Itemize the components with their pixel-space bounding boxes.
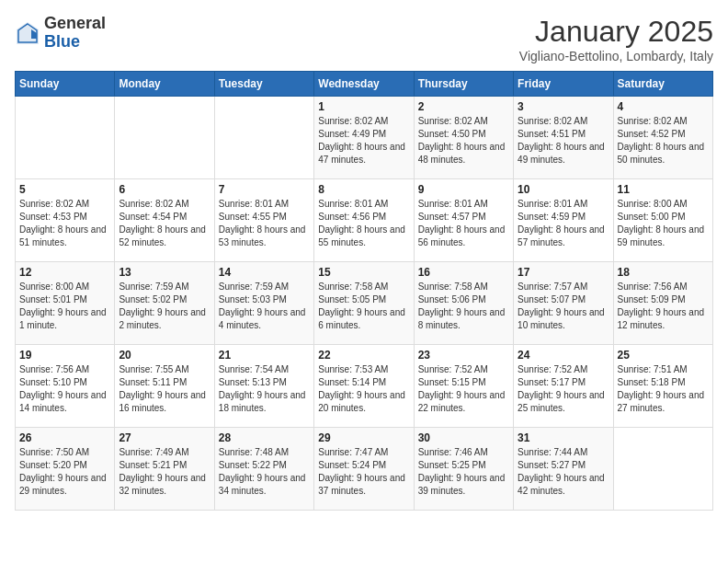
calendar-cell: 16Sunrise: 7:58 AMSunset: 5:06 PMDayligh…: [414, 262, 513, 345]
calendar-cell: 26Sunrise: 7:50 AMSunset: 5:20 PMDayligh…: [16, 428, 115, 511]
calendar-cell: 19Sunrise: 7:56 AMSunset: 5:10 PMDayligh…: [16, 345, 115, 428]
logo-general-text: General: [44, 14, 106, 32]
day-number: 12: [19, 266, 110, 279]
day-header-tuesday: Tuesday: [214, 72, 313, 97]
calendar-week-4: 19Sunrise: 7:56 AMSunset: 5:10 PMDayligh…: [16, 345, 713, 428]
day-number: 2: [418, 100, 509, 113]
calendar-cell: 29Sunrise: 7:47 AMSunset: 5:24 PMDayligh…: [314, 428, 414, 511]
day-number: 25: [618, 349, 709, 362]
day-info: Sunrise: 7:48 AMSunset: 5:22 PMDaylight:…: [219, 446, 310, 498]
calendar-cell: 14Sunrise: 7:59 AMSunset: 5:03 PMDayligh…: [214, 262, 313, 345]
calendar-cell: 9Sunrise: 8:01 AMSunset: 4:57 PMDaylight…: [414, 179, 513, 262]
day-number: 4: [618, 100, 709, 113]
calendar-cell: [16, 97, 115, 179]
day-header-thursday: Thursday: [414, 72, 513, 97]
day-info: Sunrise: 8:02 AMSunset: 4:51 PMDaylight:…: [518, 115, 609, 167]
day-header-monday: Monday: [115, 72, 214, 97]
day-info: Sunrise: 8:02 AMSunset: 4:52 PMDaylight:…: [618, 115, 709, 167]
day-info: Sunrise: 8:00 AMSunset: 5:00 PMDaylight:…: [618, 198, 709, 249]
calendar-cell: 1Sunrise: 8:02 AMSunset: 4:49 PMDaylight…: [314, 97, 414, 179]
day-info: Sunrise: 7:56 AMSunset: 5:10 PMDaylight:…: [19, 363, 110, 415]
day-number: 20: [119, 349, 210, 362]
calendar-cell: 31Sunrise: 7:44 AMSunset: 5:27 PMDayligh…: [514, 428, 613, 511]
day-number: 13: [119, 266, 210, 279]
day-info: Sunrise: 8:02 AMSunset: 4:49 PMDaylight:…: [318, 115, 409, 167]
calendar-cell: 22Sunrise: 7:53 AMSunset: 5:14 PMDayligh…: [314, 345, 414, 428]
day-number: 5: [19, 183, 110, 196]
calendar-cell: 13Sunrise: 7:59 AMSunset: 5:02 PMDayligh…: [115, 262, 214, 345]
day-number: 1: [318, 100, 409, 113]
day-number: 21: [219, 349, 310, 362]
calendar-cell: 21Sunrise: 7:54 AMSunset: 5:13 PMDayligh…: [214, 345, 313, 428]
day-number: 3: [518, 100, 609, 113]
day-info: Sunrise: 7:58 AMSunset: 5:06 PMDaylight:…: [418, 281, 509, 332]
day-number: 7: [219, 183, 310, 196]
day-number: 10: [518, 183, 609, 196]
calendar-cell: 15Sunrise: 7:58 AMSunset: 5:05 PMDayligh…: [314, 262, 414, 345]
day-info: Sunrise: 7:51 AMSunset: 5:18 PMDaylight:…: [618, 363, 709, 415]
day-info: Sunrise: 7:52 AMSunset: 5:17 PMDaylight:…: [518, 363, 609, 415]
calendar-header-row: SundayMondayTuesdayWednesdayThursdayFrid…: [16, 72, 713, 97]
day-number: 14: [219, 266, 310, 279]
calendar-cell: 6Sunrise: 8:02 AMSunset: 4:54 PMDaylight…: [115, 179, 214, 262]
calendar-cell: 2Sunrise: 8:02 AMSunset: 4:50 PMDaylight…: [414, 97, 513, 179]
day-number: 6: [119, 183, 210, 196]
day-number: 28: [219, 431, 310, 444]
day-number: 11: [618, 183, 709, 196]
day-info: Sunrise: 7:44 AMSunset: 5:27 PMDaylight:…: [518, 446, 609, 498]
day-number: 29: [318, 431, 409, 444]
day-info: Sunrise: 8:02 AMSunset: 4:54 PMDaylight:…: [119, 198, 210, 249]
calendar-cell: 23Sunrise: 7:52 AMSunset: 5:15 PMDayligh…: [414, 345, 513, 428]
day-info: Sunrise: 7:56 AMSunset: 5:09 PMDaylight:…: [618, 281, 709, 332]
day-number: 22: [318, 349, 409, 362]
day-number: 8: [318, 183, 409, 196]
day-info: Sunrise: 7:58 AMSunset: 5:05 PMDaylight:…: [318, 281, 409, 332]
calendar-cell: 5Sunrise: 8:02 AMSunset: 4:53 PMDaylight…: [16, 179, 115, 262]
day-number: 18: [618, 266, 709, 279]
day-info: Sunrise: 7:47 AMSunset: 5:24 PMDaylight:…: [318, 446, 409, 498]
day-info: Sunrise: 7:57 AMSunset: 5:07 PMDaylight:…: [518, 281, 609, 332]
calendar-cell: 18Sunrise: 7:56 AMSunset: 5:09 PMDayligh…: [613, 262, 712, 345]
calendar-cell: 27Sunrise: 7:49 AMSunset: 5:21 PMDayligh…: [115, 428, 214, 511]
calendar-cell: 10Sunrise: 8:01 AMSunset: 4:59 PMDayligh…: [514, 179, 613, 262]
page-header: General Blue January 2025 Vigliano-Betto…: [15, 15, 713, 63]
calendar-cell: 25Sunrise: 7:51 AMSunset: 5:18 PMDayligh…: [613, 345, 712, 428]
calendar-cell: [613, 428, 712, 511]
day-number: 24: [518, 349, 609, 362]
calendar-cell: 20Sunrise: 7:55 AMSunset: 5:11 PMDayligh…: [115, 345, 214, 428]
day-info: Sunrise: 8:01 AMSunset: 4:55 PMDaylight:…: [219, 198, 310, 249]
calendar-week-2: 5Sunrise: 8:02 AMSunset: 4:53 PMDaylight…: [16, 179, 713, 262]
day-info: Sunrise: 7:59 AMSunset: 5:02 PMDaylight:…: [119, 281, 210, 332]
logo: General Blue: [15, 15, 106, 52]
calendar-cell: 11Sunrise: 8:00 AMSunset: 5:00 PMDayligh…: [613, 179, 712, 262]
day-number: 23: [418, 349, 509, 362]
calendar-cell: 17Sunrise: 7:57 AMSunset: 5:07 PMDayligh…: [514, 262, 613, 345]
calendar-week-3: 12Sunrise: 8:00 AMSunset: 5:01 PMDayligh…: [16, 262, 713, 345]
day-info: Sunrise: 8:01 AMSunset: 4:56 PMDaylight:…: [318, 198, 409, 249]
day-info: Sunrise: 7:49 AMSunset: 5:21 PMDaylight:…: [119, 446, 210, 498]
logo-blue-text: Blue: [44, 32, 80, 51]
day-info: Sunrise: 7:54 AMSunset: 5:13 PMDaylight:…: [219, 363, 310, 415]
calendar-cell: 28Sunrise: 7:48 AMSunset: 5:22 PMDayligh…: [214, 428, 313, 511]
location-subtitle: Vigliano-Bettolino, Lombardy, Italy: [519, 49, 713, 63]
calendar-cell: 8Sunrise: 8:01 AMSunset: 4:56 PMDaylight…: [314, 179, 414, 262]
day-number: 26: [19, 431, 110, 444]
day-header-sunday: Sunday: [16, 72, 115, 97]
day-number: 17: [518, 266, 609, 279]
day-number: 9: [418, 183, 509, 196]
day-number: 19: [19, 349, 110, 362]
calendar-cell: 3Sunrise: 8:02 AMSunset: 4:51 PMDaylight…: [514, 97, 613, 179]
day-number: 15: [318, 266, 409, 279]
day-number: 31: [518, 431, 609, 444]
day-info: Sunrise: 7:53 AMSunset: 5:14 PMDaylight:…: [318, 363, 409, 415]
day-info: Sunrise: 8:00 AMSunset: 5:01 PMDaylight:…: [19, 281, 110, 332]
logo-icon: [15, 20, 40, 46]
calendar-cell: 4Sunrise: 8:02 AMSunset: 4:52 PMDaylight…: [613, 97, 712, 179]
day-header-wednesday: Wednesday: [314, 72, 414, 97]
month-year-title: January 2025: [519, 15, 713, 49]
day-number: 27: [119, 431, 210, 444]
day-header-friday: Friday: [514, 72, 613, 97]
day-header-saturday: Saturday: [613, 72, 712, 97]
day-info: Sunrise: 7:55 AMSunset: 5:11 PMDaylight:…: [119, 363, 210, 415]
day-info: Sunrise: 8:02 AMSunset: 4:53 PMDaylight:…: [19, 198, 110, 249]
